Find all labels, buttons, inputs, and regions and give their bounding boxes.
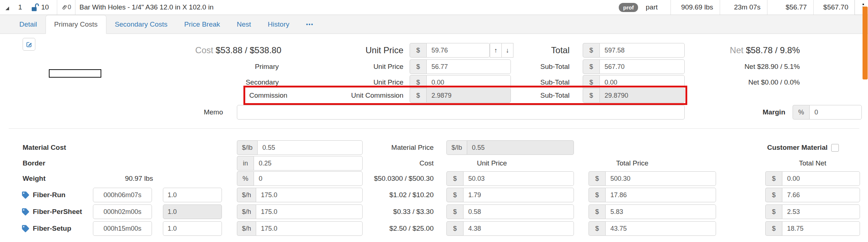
operation-rate-group: $/h xyxy=(237,188,363,202)
operation-total-price-input[interactable] xyxy=(605,221,716,236)
tab-secondary-costs[interactable]: Secondary Costs xyxy=(106,15,176,34)
currency-prefix: $ xyxy=(589,204,605,219)
profile-badge-cell: prof xyxy=(619,0,638,15)
operation-total-price-input[interactable] xyxy=(605,204,716,219)
primary-unit-price-input[interactable] xyxy=(426,59,511,74)
material-price-input[interactable] xyxy=(467,140,574,155)
costing-tabs: Detail Primary Costs Secondary Costs Pri… xyxy=(0,15,868,34)
tab-more[interactable]: ••• xyxy=(298,15,322,34)
attachments-count: 0 xyxy=(68,4,71,11)
primary-net: Net $28.90 / 5.1% xyxy=(674,59,800,74)
unlock-icon[interactable] xyxy=(31,3,39,13)
unit-price-group: $ xyxy=(410,43,490,58)
customer-material-checkbox[interactable] xyxy=(831,144,839,152)
operation-unit-price-input[interactable] xyxy=(463,188,574,202)
secondary-label: Secondary xyxy=(175,75,279,90)
section-divider xyxy=(9,128,859,129)
operation-total-price-input[interactable] xyxy=(605,188,716,202)
currency-prefix: $ xyxy=(446,221,463,236)
operation-unit-price-group: $ xyxy=(446,204,574,219)
operation-total-net-group: $ xyxy=(765,221,860,236)
operation-unit-price-group: $ xyxy=(446,188,574,202)
tag-icon xyxy=(21,224,30,233)
total-label: Total xyxy=(510,43,570,58)
operation-unit-price-input[interactable] xyxy=(463,204,574,219)
operation-qty-input[interactable] xyxy=(163,204,222,219)
cost-column-header: Cost xyxy=(361,156,434,171)
material-total-net-group: $ xyxy=(765,171,860,186)
operation-total-net-input[interactable] xyxy=(782,204,860,219)
secondary-net: Net $0.00 / 0.0% xyxy=(674,75,800,90)
commission-subtotal-input[interactable] xyxy=(599,88,685,103)
secondary-unit-price-label: Unit Price xyxy=(310,75,403,90)
total-price-column-header: Total Price xyxy=(570,156,694,171)
secondary-subtotal-input[interactable] xyxy=(599,75,685,90)
part-row-header: 1 10 0 Bar With Holes - 1/4" A36 12.0 in… xyxy=(0,0,868,15)
operation-cost: $0.33 / $3.30 xyxy=(346,204,434,219)
operation-unit-price-input[interactable] xyxy=(463,221,574,236)
operation-total-price-group: $ xyxy=(589,221,716,236)
primary-subtotal-input[interactable] xyxy=(599,59,685,74)
empty-highlight-annotation xyxy=(49,69,101,78)
margin-label: Margin xyxy=(712,105,785,120)
percent-prefix: % xyxy=(793,105,809,120)
item-type: part xyxy=(646,0,658,15)
material-unit-price-input[interactable] xyxy=(463,171,574,186)
expand-caret-icon[interactable] xyxy=(5,5,9,12)
edit-button[interactable] xyxy=(23,38,35,51)
operation-total-net-group: $ xyxy=(765,188,860,202)
currency-prefix: $ xyxy=(765,204,782,219)
operation-time-input[interactable] xyxy=(93,188,152,202)
rate-unit-prefix: $/h xyxy=(237,188,256,202)
material-cost-label: Material Cost xyxy=(23,140,66,155)
secondary-unit-price-group: $ xyxy=(410,75,511,90)
secondary-unit-price-input[interactable] xyxy=(426,75,511,90)
margin-input[interactable] xyxy=(809,105,862,120)
currency-prefix: $ xyxy=(765,221,782,236)
cost-summary: Cost $53.88 / $538.80 xyxy=(131,43,281,58)
tab-nest[interactable]: Nest xyxy=(228,15,259,34)
operation-qty-input[interactable] xyxy=(163,221,222,236)
currency-prefix: $ xyxy=(446,188,463,202)
operation-total-net-input[interactable] xyxy=(782,221,860,236)
primary-label: Primary xyxy=(175,59,279,74)
currency-prefix: $ xyxy=(589,221,605,236)
weight-value: 90.97 lbs xyxy=(80,171,153,186)
currency-prefix: $ xyxy=(765,171,782,186)
tab-history[interactable]: History xyxy=(259,15,298,34)
primary-unit-price-group: $ xyxy=(410,59,511,74)
operation-qty-input[interactable] xyxy=(163,188,222,202)
attachments-button[interactable]: 0 xyxy=(57,0,75,15)
tab-detail[interactable]: Detail xyxy=(11,15,46,34)
border-input[interactable] xyxy=(254,156,363,171)
commission-label: Commission xyxy=(249,88,288,103)
currency-prefix: $ xyxy=(410,88,426,103)
currency-prefix: $ xyxy=(410,43,426,58)
operation-total-net-input[interactable] xyxy=(782,188,860,202)
margin-group: % xyxy=(793,105,862,120)
memo-input[interactable] xyxy=(237,105,685,120)
row-index: 1 xyxy=(18,0,22,15)
total-net-column-header: Total Net xyxy=(765,156,860,171)
operation-name: Fiber-Run xyxy=(33,188,66,202)
commission-subtotal-label: Sub-Total xyxy=(510,88,570,103)
cycle-time: 23m 07s xyxy=(720,0,767,15)
operation-time-input[interactable] xyxy=(93,204,152,219)
price-increase-button[interactable]: ↑ xyxy=(490,43,502,58)
vertical-scrollbar-thumb[interactable] xyxy=(863,7,868,79)
unit-price-input[interactable] xyxy=(426,43,490,58)
currency-prefix: $ xyxy=(446,171,463,186)
tab-primary-costs[interactable]: Primary Costs xyxy=(46,15,106,34)
tab-price-break[interactable]: Price Break xyxy=(176,15,228,34)
unit-commission-input[interactable] xyxy=(426,88,511,103)
paperclip-icon xyxy=(60,3,69,12)
tag-icon xyxy=(21,207,30,216)
material-total-price-input[interactable] xyxy=(605,171,716,186)
rate-unit-prefix: $/h xyxy=(237,221,256,236)
operation-unit-price-group: $ xyxy=(446,221,574,236)
operation-time-input[interactable] xyxy=(93,221,152,236)
material-total-net-input[interactable] xyxy=(782,171,860,186)
part-costing-screen: 1 10 0 Bar With Holes - 1/4" A36 12.0 in… xyxy=(0,0,868,242)
primary-unit-price-label: Unit Price xyxy=(310,59,403,74)
material-price-label: Material Price xyxy=(339,140,434,155)
